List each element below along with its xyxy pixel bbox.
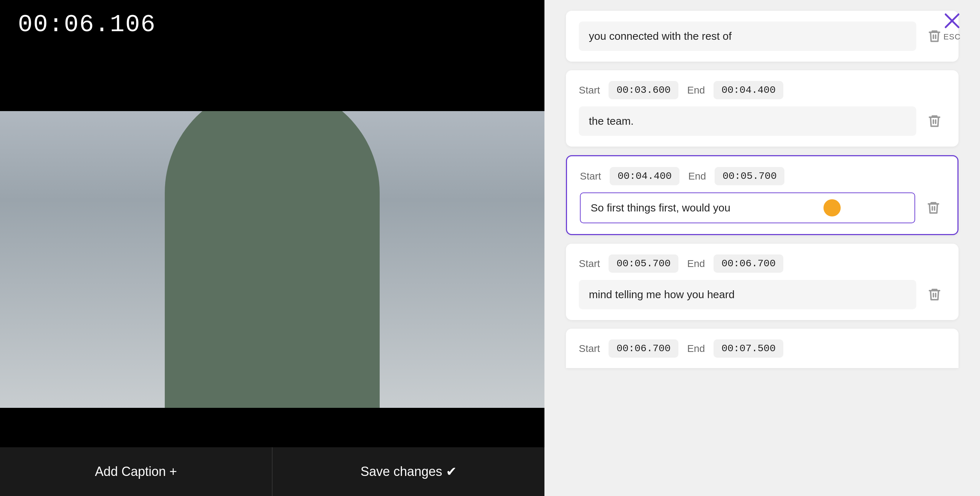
start-label-2: Start [580,171,601,182]
caption-text-row-2 [580,193,945,223]
start-label-1: Start [579,85,600,96]
delete-caption-button-2[interactable] [922,196,945,220]
caption-timing-row-4: Start 00:06.700 End 00:07.500 [579,340,946,358]
caption-timing-row-3: Start 00:05.700 End 00:06.700 [579,254,946,273]
start-value-2: 00:04.400 [609,167,679,185]
bottom-bar-left: Add Caption + [0,447,272,496]
caption-block-1: Start 00:03.600 End 00:04.400 [566,70,959,147]
person-figure [0,111,544,408]
video-timestamp: 00:06.106 [18,11,156,38]
trash-icon-1 [928,113,941,129]
start-value-1: 00:03.600 [609,81,678,99]
start-value-4: 00:06.700 [609,340,678,358]
modal-container: 00:06.106 Add Caption + S [0,0,980,496]
video-top-bar: 00:06.106 [0,0,544,111]
caption-text-input-3[interactable] [579,280,916,309]
end-label-2: End [688,171,706,182]
end-label-4: End [687,343,705,354]
end-value-1: 00:04.400 [714,81,783,99]
captions-panel: ESC Start 00:03.600 E [544,0,980,496]
start-label-3: Start [579,258,600,270]
caption-block-0 [566,11,959,62]
delete-caption-button-1[interactable] [923,109,946,133]
caption-block-3: Start 00:05.700 End 00:06.700 [566,244,959,320]
delete-caption-button-3[interactable] [923,283,946,306]
caption-text-row-0 [579,21,946,51]
trash-icon-3 [928,287,941,302]
close-x-icon [942,11,962,31]
caption-block-4-partial: Start 00:06.700 End 00:07.500 [566,329,959,368]
video-content [0,111,544,408]
bottom-bar-right: Save changes ✔ [272,447,544,496]
end-value-2: 00:05.700 [714,167,784,185]
start-value-3: 00:05.700 [609,254,678,273]
captions-scroll-area[interactable]: Start 00:03.600 End 00:04.400 [544,0,980,496]
bottom-bar: Add Caption + Save changes ✔ [0,447,544,496]
caption-text-input-1[interactable] [579,107,916,136]
caption-text-input-2[interactable] [580,193,915,223]
caption-block-2: Start 00:04.400 End 00:05.700 [566,155,959,235]
caption-timing-row-1: Start 00:03.600 End 00:04.400 [579,81,946,99]
video-bottom-bar [0,408,544,447]
save-changes-button[interactable]: Save changes ✔ [360,464,456,479]
close-button[interactable]: ESC [942,11,962,41]
add-caption-button[interactable]: Add Caption + [95,464,177,479]
video-panel: 00:06.106 Add Caption + S [0,0,544,496]
end-label-3: End [687,258,705,270]
caption-timing-row-2: Start 00:04.400 End 00:05.700 [580,167,945,185]
start-label-4: Start [579,343,600,354]
person-body [165,111,380,408]
caption-text-input-0[interactable] [579,21,916,51]
caption-text-row-1 [579,107,946,136]
end-value-3: 00:06.700 [714,254,783,273]
close-label: ESC [943,32,961,41]
trash-icon-2 [927,200,940,215]
trash-icon-0 [928,29,941,44]
end-label-1: End [687,85,705,96]
end-value-4: 00:07.500 [714,340,783,358]
caption-text-row-3 [579,280,946,309]
